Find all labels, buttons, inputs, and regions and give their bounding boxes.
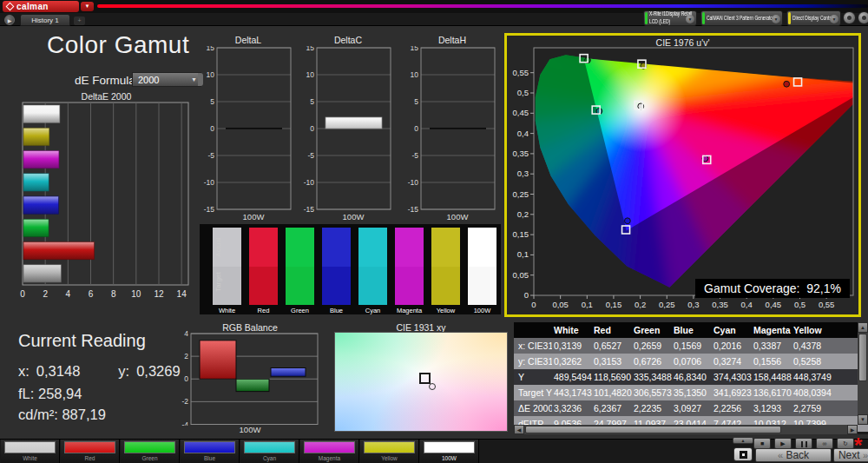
svg-text:14: 14 <box>177 289 187 299</box>
svg-text:15: 15 <box>207 46 215 52</box>
pattern-button-100w[interactable]: 100W <box>420 440 479 463</box>
chevron-left-icon: « <box>778 450 783 460</box>
add-tab-button[interactable]: + <box>74 17 85 25</box>
session-play-button[interactable]: ▶ <box>4 15 15 25</box>
current-reading-title: Current Reading <box>18 331 146 351</box>
rgb-bar-blue <box>271 367 306 376</box>
chevron-down-icon: ▼ <box>191 73 197 87</box>
accent-gradient-stripe <box>97 4 868 8</box>
svg-text:0,45: 0,45 <box>766 300 782 309</box>
display-label: Direct Display Control <box>792 15 834 23</box>
source-button[interactable]: CalMAN Client 3 Pattern Generator ▼ <box>700 10 783 26</box>
swatch-label: 100W <box>468 307 496 314</box>
pattern-button-cyan[interactable]: Cyan <box>240 440 299 463</box>
deltae-bar-magenta <box>23 151 59 169</box>
table-cell: 0,4378 <box>792 338 832 354</box>
table-cell: 2,2759 <box>792 400 832 416</box>
chevron-down-icon[interactable]: ▼ <box>686 15 694 23</box>
table-row[interactable]: x: CIE310,31390,65270,26590,15690,20160,… <box>514 338 868 354</box>
table-cell: 2,2256 <box>712 400 752 416</box>
tab-history-1[interactable]: History 1 <box>20 14 70 26</box>
svg-text:12: 12 <box>154 289 164 299</box>
pattern-button-red[interactable]: Red <box>61 440 120 463</box>
settings-button[interactable] <box>843 11 856 24</box>
row-label: Y <box>514 369 552 385</box>
de-formula-label: dE Formula: <box>75 74 139 87</box>
svg-text:0,4: 0,4 <box>517 129 529 138</box>
svg-text:10: 10 <box>207 70 215 79</box>
table-cell: 0,1569 <box>672 338 712 354</box>
calman-logo[interactable]: calman <box>3 1 79 12</box>
actual-swatch <box>322 228 351 267</box>
chevron-down-icon[interactable]: ▼ <box>830 15 838 23</box>
pattern-options-button[interactable]: ▲ <box>733 437 753 444</box>
column-header: Magenta <box>752 322 792 338</box>
back-button[interactable]: « Back <box>755 448 832 462</box>
table-row[interactable]: ΔE 20003,32366,23672,22353,09272,22563,1… <box>514 400 868 416</box>
table-vertical-scrollbar[interactable]: ▲ ▼ <box>858 322 868 425</box>
actual-swatch <box>358 228 387 267</box>
vertical-scroll-thumb[interactable] <box>858 334 867 381</box>
help-button[interactable] <box>858 11 868 24</box>
measured-point-blue <box>624 218 630 224</box>
actual-swatch <box>286 228 314 267</box>
scroll-down-button[interactable]: ▼ <box>858 414 868 425</box>
de-formula-dropdown[interactable]: 2000▼ <box>132 72 201 87</box>
app-menu-button[interactable]: ▼ <box>81 2 94 11</box>
deltae-bar-yellow <box>23 128 49 145</box>
table-row[interactable]: Y489,5494118,5690335,348846,8340374,4303… <box>514 369 868 385</box>
scroll-up-button[interactable]: ▲ <box>858 322 868 333</box>
svg-text:0,2: 0,2 <box>635 300 646 309</box>
pattern-window-button[interactable] <box>733 447 753 461</box>
svg-text:-5: -5 <box>307 151 314 160</box>
display-control-button[interactable]: Direct Display Control ▼ <box>786 10 841 26</box>
svg-text:8: 8 <box>111 289 116 299</box>
meter-button[interactable]: X-Rite i1Display RetailLCD (LED) ▼ <box>643 10 697 26</box>
table-cell: 3,1293 <box>752 400 792 416</box>
swatch-label: Red <box>249 307 278 314</box>
svg-text:6: 6 <box>89 289 94 299</box>
svg-text:2: 2 <box>43 289 48 299</box>
rgb-bar-red <box>200 341 236 379</box>
pause-icon <box>801 441 807 447</box>
rgb-bar-green <box>236 379 269 391</box>
svg-text:0,45: 0,45 <box>513 108 529 117</box>
next-button[interactable]: Next » <box>833 448 868 462</box>
svg-text:-10: -10 <box>304 178 315 187</box>
swatch-label: Cyan <box>358 307 387 314</box>
target-swatch <box>358 267 387 305</box>
table-cell: 0,2016 <box>712 338 752 354</box>
chevron-down-icon[interactable]: ▼ <box>772 15 780 23</box>
pattern-button-green[interactable]: Green <box>121 440 180 463</box>
pattern-button-yellow[interactable]: Yellow <box>360 440 419 463</box>
pattern-button-blue[interactable]: Blue <box>181 440 240 463</box>
svg-text:-2: -2 <box>181 397 188 406</box>
svg-text:0,4: 0,4 <box>741 300 753 309</box>
swatch-label: Yellow <box>431 307 460 314</box>
table-horizontal-scrollbar[interactable]: ◀ ▶ <box>514 425 858 434</box>
svg-text:-10: -10 <box>204 178 215 187</box>
svg-text:0,5: 0,5 <box>517 88 529 97</box>
table-cell: 0,6527 <box>592 338 632 354</box>
table-cell: 0,3262 <box>552 354 592 369</box>
swatch-label: Green <box>286 307 314 314</box>
table-cell: 3,0927 <box>672 400 712 416</box>
table-row[interactable]: y: CIE310,32620,31530,67260,07060,32740,… <box>514 354 868 369</box>
refresh-icon: ↻ <box>843 440 848 446</box>
target-swatch <box>431 267 460 305</box>
source-label: CalMAN Client 3 Pattern Generator <box>707 15 774 23</box>
pattern-button-white[interactable]: White <box>1 440 60 463</box>
svg-text:0,25: 0,25 <box>513 189 529 199</box>
pattern-color-chip <box>244 441 295 453</box>
deltae-bar-100w <box>23 105 60 122</box>
scroll-left-button[interactable]: ◀ <box>514 425 524 434</box>
target-swatch <box>249 267 278 305</box>
svg-text:0: 0 <box>20 289 25 299</box>
cie1931-measured-marker <box>429 383 436 390</box>
measured-point-red <box>784 81 790 87</box>
pattern-button-magenta[interactable]: Magenta <box>300 440 359 463</box>
cie1976-panel[interactable]: CIE 1976 u'v' <box>504 33 861 317</box>
table-row[interactable]: Target Y443,1743101,4820306,557335,13503… <box>514 385 868 400</box>
rgb-balance-xlabel: 100W <box>175 425 325 434</box>
horizontal-scroll-thumb[interactable] <box>525 426 781 433</box>
